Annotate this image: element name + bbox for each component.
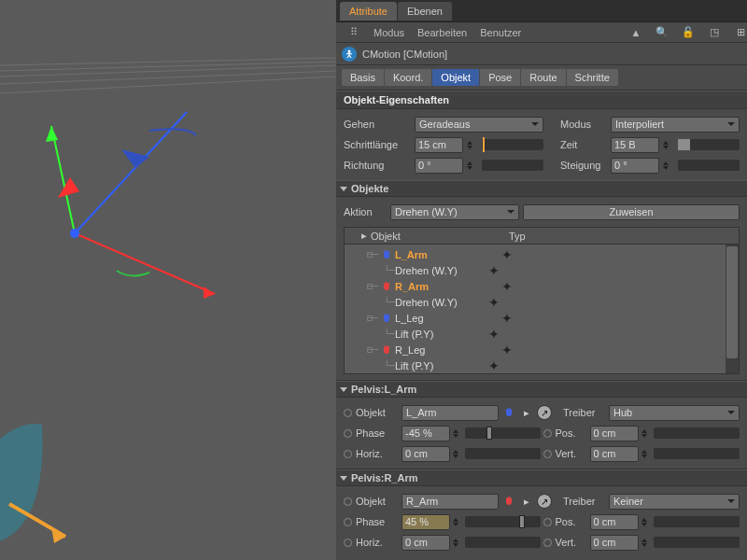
- tree-subitem[interactable]: └─ Lift (P.Y) ✦: [345, 357, 739, 373]
- vert-spinner[interactable]: [641, 535, 651, 551]
- pos-spinner[interactable]: [641, 426, 651, 441]
- objekt-radio[interactable]: [344, 409, 352, 417]
- gehen-combo[interactable]: Geradeaus: [415, 117, 543, 133]
- horiz-spinner[interactable]: [453, 535, 462, 551]
- vert-slider[interactable]: [654, 537, 740, 548]
- svg-line-1: [0, 62, 336, 71]
- horiz-field[interactable]: 0 cm: [402, 446, 450, 462]
- tree-item[interactable]: ⊟─ L_Arm ✦: [345, 246, 739, 262]
- subtab-schritte[interactable]: Schritte: [567, 69, 618, 86]
- tree-subitem-name: Lift (P.Y): [395, 329, 485, 340]
- modus-combo[interactable]: Interpoliert: [611, 117, 740, 133]
- phase-field[interactable]: -45 %: [402, 426, 450, 441]
- chevron-right-icon[interactable]: ▸: [519, 494, 534, 509]
- treiber-combo[interactable]: Hub: [609, 405, 740, 421]
- phase-radio[interactable]: [344, 518, 352, 526]
- vert-label: Vert.: [556, 448, 587, 459]
- tree-toggle-icon[interactable]: ▸: [361, 230, 367, 242]
- group-header[interactable]: Pelvis:R_Arm: [336, 469, 747, 486]
- group-header[interactable]: Pelvis:L_Arm: [336, 381, 747, 398]
- col-typ: Typ: [509, 231, 526, 242]
- subtab-basis[interactable]: Basis: [342, 69, 384, 86]
- horiz-radio[interactable]: [344, 450, 352, 458]
- menu-modus[interactable]: Modus: [374, 27, 404, 38]
- horiz-spinner[interactable]: [453, 446, 462, 462]
- zeit-field[interactable]: 15 B: [611, 137, 659, 153]
- svg-point-10: [70, 229, 79, 238]
- tab-attribute[interactable]: Attribute: [340, 2, 397, 21]
- search-icon[interactable]: 🔍: [655, 26, 669, 39]
- steigung-slider[interactable]: [678, 160, 740, 171]
- steigung-spinner[interactable]: [663, 158, 672, 174]
- tab-ebenen[interactable]: Ebenen: [398, 2, 452, 21]
- richtung-spinner[interactable]: [467, 158, 476, 174]
- phase-slider[interactable]: [465, 516, 541, 527]
- zuweisen-button[interactable]: Zuweisen: [523, 204, 740, 220]
- pos-field[interactable]: 0 cm: [590, 426, 639, 441]
- schritt-spinner[interactable]: [467, 137, 476, 153]
- viewport-3d[interactable]: [0, 0, 336, 560]
- panel-menubar: ⠿ Modus Bearbeiten Benutzer ▲ 🔍 🔓 ◳ ⊞: [336, 22, 747, 43]
- nav-up-icon[interactable]: ▲: [629, 26, 642, 39]
- vert-field[interactable]: 0 cm: [590, 446, 639, 462]
- chevron-right-icon[interactable]: ▸: [519, 405, 534, 420]
- tree-subitem[interactable]: └─ Drehen (W.Y) ✦: [345, 262, 739, 278]
- aktion-combo[interactable]: Drehen (W.Y): [390, 204, 519, 220]
- tree-item[interactable]: ⊟─ R_Arm ✦: [345, 278, 739, 294]
- zeit-label: Zeit: [560, 139, 607, 150]
- schritt-field[interactable]: 15 cm: [415, 137, 463, 153]
- add-icon[interactable]: ⊞: [734, 26, 747, 39]
- pos-radio[interactable]: [543, 518, 552, 526]
- zeit-spinner[interactable]: [663, 137, 672, 153]
- horiz-radio[interactable]: [344, 539, 352, 547]
- phase-field[interactable]: 45 %: [402, 514, 450, 530]
- steigung-field[interactable]: 0 °: [611, 158, 659, 174]
- vert-field[interactable]: 0 cm: [590, 535, 639, 551]
- target-icon[interactable]: ↗: [537, 494, 552, 509]
- subtab-route[interactable]: Route: [521, 69, 565, 86]
- horiz-field[interactable]: 0 cm: [402, 535, 450, 551]
- subtab-koord[interactable]: Koord.: [385, 69, 431, 86]
- vert-slider[interactable]: [654, 448, 740, 459]
- horiz-slider[interactable]: [465, 537, 541, 548]
- zeit-slider[interactable]: [678, 139, 740, 150]
- tree-item[interactable]: ⊟─ L_Leg ✦: [345, 310, 739, 326]
- svg-marker-11: [58, 177, 79, 198]
- vert-spinner[interactable]: [641, 446, 651, 462]
- richtung-slider[interactable]: [482, 160, 543, 171]
- new-window-icon[interactable]: ◳: [708, 26, 721, 39]
- object-tree[interactable]: ▸ Objekt Typ ⊟─ L_Arm ✦ └─ Drehen (W.Y) …: [344, 227, 740, 374]
- phase-spinner[interactable]: [453, 514, 462, 530]
- phase-slider[interactable]: [465, 427, 541, 439]
- pos-slider[interactable]: [654, 427, 740, 439]
- pos-slider[interactable]: [654, 516, 740, 527]
- target-icon[interactable]: ↗: [537, 405, 552, 420]
- tree-subitem[interactable]: └─ Lift (P.Y) ✦: [345, 326, 739, 342]
- tree-subitem[interactable]: └─ Drehen (W.Y) ✦: [345, 294, 739, 310]
- objekt-link-field[interactable]: L_Arm: [402, 405, 499, 421]
- menu-benutzer[interactable]: Benutzer: [480, 27, 521, 38]
- pos-spinner[interactable]: [641, 514, 651, 530]
- tree-scrollbar[interactable]: [726, 245, 739, 373]
- richtung-field[interactable]: 0 °: [415, 158, 463, 174]
- tree-item[interactable]: ⊟─ R_Leg ✦: [345, 342, 739, 357]
- vert-radio[interactable]: [543, 450, 552, 458]
- horiz-slider[interactable]: [465, 448, 541, 459]
- objekt-radio[interactable]: [344, 497, 352, 506]
- cmotion-icon: [342, 47, 357, 62]
- pos-field[interactable]: 0 cm: [590, 514, 639, 530]
- section-properties: Objekt-Eigenschaften: [336, 91, 747, 109]
- treiber-combo[interactable]: Keiner: [609, 494, 740, 510]
- lock-icon[interactable]: 🔓: [682, 26, 695, 39]
- pos-radio[interactable]: [543, 429, 552, 438]
- phase-radio[interactable]: [344, 429, 352, 438]
- objekt-link-field[interactable]: R_Arm: [402, 494, 499, 510]
- subtab-pose[interactable]: Pose: [480, 69, 520, 86]
- schritt-slider[interactable]: [482, 139, 543, 150]
- vert-radio[interactable]: [543, 539, 552, 547]
- phase-spinner[interactable]: [453, 426, 462, 441]
- subtab-objekt[interactable]: Objekt: [432, 69, 479, 86]
- tree-item-name: R_Leg: [395, 344, 498, 356]
- section-objekte[interactable]: Objekte: [336, 180, 747, 197]
- menu-bearbeiten[interactable]: Bearbeiten: [417, 27, 467, 38]
